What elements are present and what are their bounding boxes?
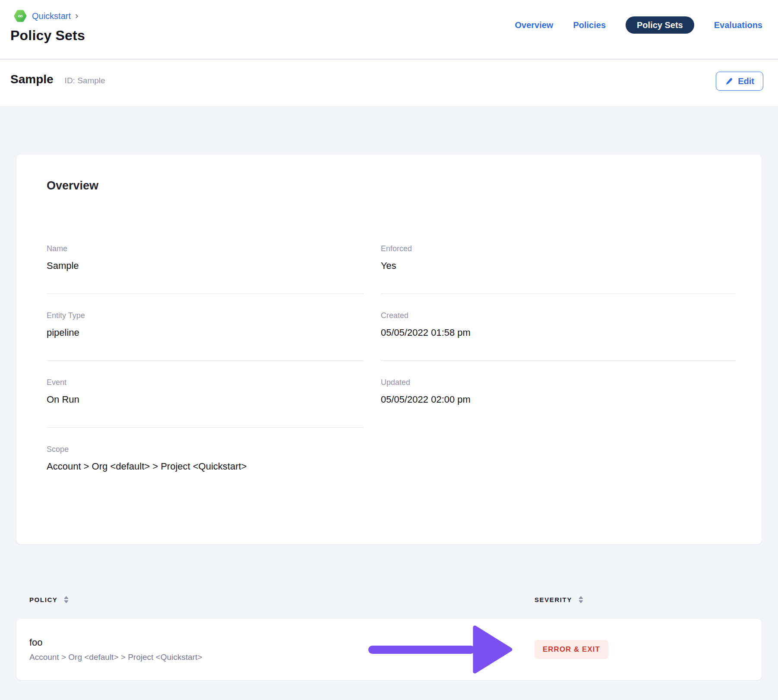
- top-nav: Overview Policies Policy Sets Evaluation…: [515, 16, 762, 34]
- policy-set-id: ID: Sample: [65, 76, 105, 85]
- field-enforced: Enforced Yes: [381, 227, 736, 294]
- project-icon: ∞: [13, 9, 28, 23]
- field-label: Updated: [381, 378, 736, 387]
- sort-icon[interactable]: [578, 596, 584, 603]
- field-value: 05/05/2022 02:00 pm: [381, 394, 736, 406]
- policy-scope: Account > Org <default> > Project <Quick…: [29, 653, 534, 662]
- field-value: On Run: [47, 394, 364, 406]
- tab-overview[interactable]: Overview: [515, 16, 553, 34]
- overview-fields-right: Enforced Yes Created 05/05/2022 01:58 pm…: [381, 227, 736, 494]
- overview-card-title: Overview: [47, 179, 736, 192]
- edit-button[interactable]: Edit: [716, 72, 763, 91]
- policy-table: POLICY SEVERITY: [16, 596, 762, 680]
- sort-icon[interactable]: [63, 596, 69, 603]
- field-value: pipeline: [47, 327, 364, 339]
- field-value: Yes: [381, 260, 736, 272]
- overview-fields: Name Sample Entity Type pipeline Event O…: [47, 227, 736, 494]
- policy-cell: foo Account > Org <default> > Project <Q…: [29, 637, 534, 662]
- pencil-icon: [725, 77, 733, 85]
- overview-card: Overview Name Sample Entity Type pipelin…: [16, 155, 762, 544]
- field-created: Created 05/05/2022 01:58 pm: [381, 294, 736, 361]
- field-value: 05/05/2022 01:58 pm: [381, 327, 736, 339]
- field-label: Name: [47, 244, 364, 253]
- main-content: Overview Name Sample Entity Type pipelin…: [0, 106, 778, 680]
- field-label: Scope: [47, 445, 364, 454]
- breadcrumb-project-link[interactable]: Quickstart: [32, 11, 71, 21]
- tab-policy-sets[interactable]: Policy Sets: [626, 16, 694, 34]
- field-updated: Updated 05/05/2022 02:00 pm: [381, 361, 736, 427]
- tab-policies[interactable]: Policies: [573, 16, 606, 34]
- field-event: Event On Run: [47, 361, 364, 428]
- field-entity-type: Entity Type pipeline: [47, 294, 364, 361]
- policy-set-name: Sample: [10, 73, 54, 86]
- infinity-glyph: ∞: [18, 12, 22, 19]
- policy-column-header[interactable]: POLICY: [29, 596, 534, 603]
- policy-table-header: POLICY SEVERITY: [16, 596, 762, 603]
- severity-column-label: SEVERITY: [534, 596, 572, 603]
- severity-cell: ERROR & EXIT: [534, 640, 749, 659]
- tab-evaluations[interactable]: Evaluations: [714, 16, 762, 34]
- policy-column-label: POLICY: [29, 596, 57, 603]
- field-name: Name Sample: [47, 227, 364, 294]
- policy-sets-page: ∞ Quickstart › Policy Sets Overview Poli…: [0, 0, 778, 700]
- field-value: Account > Org <default> > Project <Quick…: [47, 460, 364, 473]
- top-header: ∞ Quickstart › Policy Sets Overview Poli…: [0, 0, 778, 60]
- field-label: Created: [381, 311, 736, 320]
- field-label: Enforced: [381, 244, 736, 253]
- field-value: Sample: [47, 260, 364, 272]
- field-scope: Scope Account > Org <default> > Project …: [47, 428, 364, 494]
- overview-fields-left: Name Sample Entity Type pipeline Event O…: [47, 227, 364, 494]
- field-label: Event: [47, 378, 364, 387]
- chevron-right-icon: ›: [75, 12, 78, 20]
- severity-badge: ERROR & EXIT: [534, 640, 608, 659]
- policy-row[interactable]: foo Account > Org <default> > Project <Q…: [16, 619, 762, 680]
- policy-name: foo: [29, 637, 534, 648]
- entity-subheader: Sample ID: Sample Edit: [0, 60, 778, 106]
- severity-column-header[interactable]: SEVERITY: [534, 596, 749, 603]
- field-label: Entity Type: [47, 311, 364, 320]
- edit-button-label: Edit: [738, 76, 754, 86]
